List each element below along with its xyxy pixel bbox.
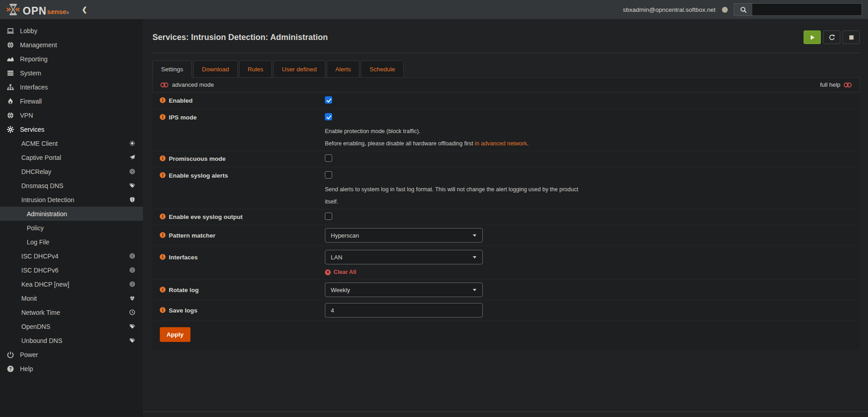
brand-text-sense: sense <box>47 8 67 15</box>
info-icon[interactable] <box>160 232 166 238</box>
promiscuous-mode-checkbox[interactable] <box>325 154 332 162</box>
tags-icon <box>129 323 135 329</box>
clock-icon <box>129 309 135 315</box>
help-text: Before enabling, please disable all hard… <box>325 140 688 147</box>
sidebar-item-administration[interactable]: Administration <box>0 207 143 221</box>
sidebar-item-system[interactable]: System <box>0 66 143 80</box>
bullseye-icon <box>129 169 135 174</box>
stop-service-button[interactable] <box>843 30 860 44</box>
sidebar-item-opendns[interactable]: OpenDNS <box>0 319 143 333</box>
server-icon <box>7 70 14 77</box>
gear-icon <box>7 126 14 133</box>
service-actions <box>804 30 860 44</box>
bullseye-icon <box>129 267 135 273</box>
help-text: Send alerts to system log in fast log fo… <box>325 186 688 193</box>
sidebar-item-isc-dhcpv6[interactable]: ISC DHCPv6 <box>0 263 143 277</box>
setting-row-pattern-matcher: Pattern matcher Hyperscan <box>152 226 860 245</box>
opnsense-logo[interactable]: OPNsense® <box>6 4 69 15</box>
sidebar-item-help[interactable]: Help <box>0 362 143 376</box>
sidebar-item-services[interactable]: Services <box>0 122 143 136</box>
play-icon <box>809 34 816 41</box>
sidebar-item-vpn[interactable]: VPN <box>0 108 143 122</box>
info-icon[interactable] <box>160 155 166 161</box>
sidebar-item-dhcrelay[interactable]: DHCRelay <box>0 164 143 179</box>
sidebar-item-interfaces[interactable]: Interfaces <box>0 80 143 94</box>
sidebar-item-lobby[interactable]: Lobby <box>0 24 143 38</box>
pattern-matcher-select[interactable]: Hyperscan <box>325 228 483 243</box>
info-icon[interactable] <box>160 307 166 313</box>
sidebar-item-reporting[interactable]: Reporting <box>0 52 143 66</box>
circle-x-icon <box>325 269 331 275</box>
advanced-mode-toggle[interactable]: advanced mode <box>160 81 214 88</box>
info-icon[interactable] <box>160 114 166 120</box>
help-text: itself. <box>325 199 688 205</box>
sidebar-item-captive-portal[interactable]: Captive Portal <box>0 150 143 164</box>
sidebar-item-kea-dhcp[interactable]: Kea DHCP [new] <box>0 277 143 291</box>
sidebar-item-log-file[interactable]: Log File <box>0 235 143 249</box>
tags-icon <box>129 338 135 343</box>
setting-row-save-logs: Save logs <box>152 301 860 320</box>
setting-row-interfaces: Interfaces LAN Clear All <box>152 246 860 279</box>
content-footer-divider <box>143 412 868 412</box>
info-icon[interactable] <box>160 213 166 219</box>
syslog-alerts-checkbox[interactable] <box>325 171 332 179</box>
tab-bar: Settings Download Rules User defined Ale… <box>152 60 860 77</box>
eve-syslog-checkbox[interactable] <box>325 213 332 220</box>
tab-alerts[interactable]: Alerts <box>327 60 360 78</box>
sidebar-item-dnsmasq-dns[interactable]: Dnsmasq DNS <box>0 179 143 193</box>
sidebar-item-firewall[interactable]: Firewall <box>0 94 143 108</box>
sidebar-collapse-chevron-icon[interactable]: ❮ <box>82 6 87 13</box>
apply-row: Apply <box>152 321 860 350</box>
certificate-icon <box>129 140 135 146</box>
ips-mode-checkbox[interactable] <box>325 113 332 120</box>
question-circle-icon <box>7 365 14 372</box>
paper-plane-icon <box>129 154 135 160</box>
page-title: Services: Intrusion Detection: Administr… <box>152 33 328 42</box>
clear-all-button[interactable]: Clear All <box>325 269 860 275</box>
info-icon[interactable] <box>160 287 166 293</box>
search-icon <box>734 4 752 15</box>
info-icon[interactable] <box>160 97 166 103</box>
save-logs-input[interactable] <box>325 303 483 318</box>
tab-settings[interactable]: Settings <box>152 60 192 78</box>
tab-rules[interactable]: Rules <box>239 60 272 78</box>
sidebar-item-acme-client[interactable]: ACME Client <box>0 136 143 150</box>
sidebar-item-unbound-dns[interactable]: Unbound DNS <box>0 333 143 348</box>
sidebar-item-intrusion-detection[interactable]: Intrusion Detection <box>0 193 143 207</box>
tab-download[interactable]: Download <box>193 60 238 78</box>
sidebar-item-management[interactable]: Management <box>0 38 143 52</box>
full-help-toggle[interactable]: full help <box>820 81 852 88</box>
sidebar-item-network-time[interactable]: Network Time <box>0 305 143 319</box>
topbar: OPNsense® ❮ sbxadmin@opncentral.softbox.… <box>0 0 868 19</box>
search-input[interactable] <box>752 4 862 15</box>
bullseye-icon <box>129 281 135 287</box>
advanced-network-link[interactable]: in advanced network <box>475 140 527 147</box>
sidebar-item-isc-dhcpv4[interactable]: ISC DHCPv4 <box>0 249 143 263</box>
stop-icon <box>848 34 855 41</box>
apply-button[interactable]: Apply <box>160 327 191 342</box>
enabled-checkbox[interactable] <box>325 96 332 104</box>
tab-schedule[interactable]: Schedule <box>361 60 403 78</box>
info-icon[interactable] <box>160 172 166 178</box>
toggle-off-icon <box>160 82 169 88</box>
power-icon <box>7 351 14 358</box>
interfaces-select[interactable]: LAN <box>325 250 483 264</box>
laptop-icon <box>7 27 14 35</box>
tab-user-defined[interactable]: User defined <box>273 60 325 78</box>
rotate-log-select[interactable]: Weekly <box>325 283 483 297</box>
restart-service-button[interactable] <box>823 30 840 44</box>
info-icon[interactable] <box>160 254 166 260</box>
chevron-down-icon <box>472 288 477 292</box>
sidebar-item-power[interactable]: Power <box>0 348 143 362</box>
sidebar-item-policy[interactable]: Policy <box>0 221 143 235</box>
start-service-button[interactable] <box>804 30 821 44</box>
registered-mark: ® <box>66 11 69 15</box>
shield-icon <box>129 197 135 203</box>
setting-row-rotate-log: Rotate log Weekly <box>152 280 860 299</box>
user-email-menu[interactable]: sbxadmin@opncentral.softbox.net <box>623 6 716 13</box>
main-content: Services: Intrusion Detection: Administr… <box>143 0 868 350</box>
sidebar-item-monit[interactable]: Monit <box>0 291 143 305</box>
refresh-icon <box>829 34 835 41</box>
brand-text-opn: OPN <box>23 6 47 15</box>
toggle-off-icon <box>843 82 852 88</box>
